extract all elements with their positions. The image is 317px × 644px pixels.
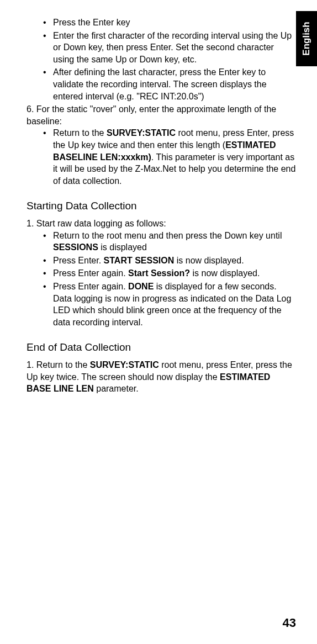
bullet-item: Press Enter again. DONE is displayed for… [36,281,296,328]
top-bullet-block: Press the Enter key Enter the first char… [27,17,296,102]
bold-text: SURVEY:STATIC [107,128,176,138]
bold-text: START SESSION [104,256,175,265]
text: Press Enter again. [53,268,128,278]
bullet-item: Return to the SURVEY:STATIC root menu, p… [36,127,296,187]
bold-text: DONE [128,282,154,291]
end-section: 1. Return to the SURVEY:STATIC root menu… [27,359,296,395]
page-number: 43 [283,616,296,630]
text: is now displayed. [190,268,260,278]
bullet-item: Return to the root menu and then press t… [36,230,296,254]
step-6-lead: 6. For the static "rover" only, enter th… [27,103,296,127]
heading-starting: Starting Data Collection [27,199,296,213]
bullet-text: Press the Enter key [53,18,130,27]
bold-text: SURVEY:STATIC [90,360,159,369]
bullet-item: Enter the first character of the recordi… [36,30,296,66]
bold-text: Start Session? [128,268,190,278]
starting-section: 1. Start raw data logging as follows: Re… [27,218,296,328]
bold-text: SESSIONS [53,242,98,252]
step-1-lead: 1. Start raw data logging as follows: [27,218,296,230]
language-label: English [301,22,312,55]
page-content: Press the Enter key Enter the first char… [0,0,317,413]
bullet-item: After defining the last character, press… [36,66,296,102]
text: is now displayed. [174,256,244,265]
bullet-item: Press Enter. START SESSION is now displa… [36,255,296,267]
text: parameter. [94,384,139,393]
text: is displayed [98,242,147,252]
text: Press Enter again. [53,282,128,291]
text: Return to the [53,128,107,138]
text: 1. Return to the [27,360,90,369]
text: Press Enter. [53,256,104,265]
language-tab: English [296,11,317,66]
heading-end: End of Data Collection [27,340,296,355]
step-6: 6. For the static "rover" only, enter th… [27,103,296,187]
text: Return to the root menu and then press t… [53,231,282,240]
bullet-item: Press Enter again. Start Session? is now… [36,267,296,279]
bullet-text: Enter the first character of the recordi… [53,31,292,64]
bullet-text: After defining the last character, press… [53,67,267,101]
bullet-item: Press the Enter key [36,17,296,29]
